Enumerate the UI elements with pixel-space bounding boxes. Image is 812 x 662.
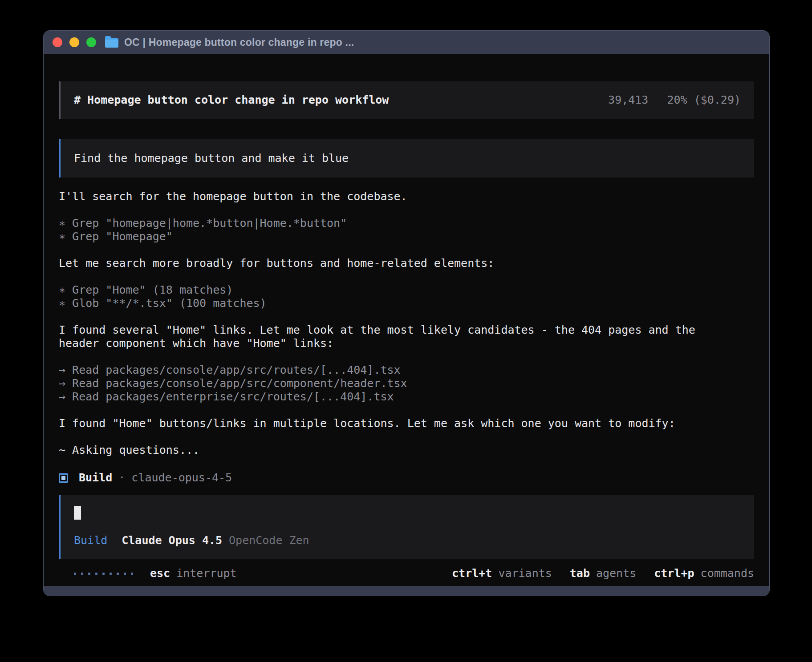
maximize-button[interactable] [86, 37, 96, 47]
hint-commands: ctrl+p commands [654, 567, 754, 580]
tool-call-grep: ∗ Grep "homepage|home.*button|Home.*butt… [59, 217, 754, 230]
activity-dots [74, 573, 133, 575]
prompt-input[interactable]: Build Claude Opus 4.5 OpenCode Zen [59, 495, 754, 559]
terminal-window: OC | Homepage button color change in rep… [43, 30, 770, 596]
agent-task-icon [59, 473, 68, 483]
context-usage: 20% ($0.29) [667, 93, 741, 106]
tool-call-read: → Read packages/console/app/src/routes/[… [59, 363, 754, 377]
agent-model: claude-opus-4-5 [131, 471, 232, 484]
hint-interrupt: esc interrupt [150, 567, 237, 580]
agent-mode-label[interactable]: Build [74, 534, 107, 547]
traffic-lights [53, 37, 96, 47]
assistant-text: I found "Home" buttons/links in multiple… [59, 417, 754, 430]
assistant-text: Let me search more broadly for buttons a… [59, 257, 754, 270]
provider-label: OpenCode Zen [229, 534, 309, 547]
tool-call-read: → Read packages/console/app/src/componen… [59, 377, 754, 390]
model-label[interactable]: Claude Opus 4.5 [122, 534, 222, 547]
user-message-text: Find the homepage button and make it blu… [74, 152, 349, 165]
hint-agents: tab agents [570, 567, 636, 580]
text-cursor [74, 506, 81, 520]
footer-shortcuts: ctrl+t variants tab agents ctrl+p comman… [452, 567, 754, 580]
agent-task-row: Build · claude-opus-4-5 [59, 470, 754, 485]
tool-call-grep: ∗ Grep "Home" (18 matches) [59, 283, 754, 297]
session-header: # Homepage button color change in repo w… [59, 81, 754, 119]
folder-icon [105, 38, 118, 48]
minimize-button[interactable] [69, 37, 79, 47]
assistant-text: I'll search for the homepage button in t… [59, 190, 754, 203]
session-stats: 39,41320% ($0.29) [608, 93, 741, 107]
window-bottom-edge [44, 586, 769, 596]
user-message: Find the homepage button and make it blu… [59, 139, 754, 178]
tool-call-glob: ∗ Glob "**/*.tsx" (100 matches) [59, 297, 754, 310]
agent-name: Build [79, 471, 112, 484]
close-button[interactable] [53, 37, 62, 47]
assistant-text: I found several "Home" links. Let me loo… [59, 323, 754, 337]
titlebar[interactable]: OC | Homepage button color change in rep… [44, 31, 769, 54]
agent-separator: · [118, 471, 125, 484]
terminal-content: # Homepage button color change in repo w… [44, 54, 769, 586]
assistant-text: header component which have "Home" links… [59, 337, 754, 350]
session-title: # Homepage button color change in repo w… [74, 93, 389, 107]
status-footer: esc interrupt ctrl+t variants tab agents… [59, 567, 754, 580]
tool-call-grep: ∗ Grep "Homepage" [59, 230, 754, 243]
hint-variants: ctrl+t variants [452, 567, 552, 580]
window-title: OC | Homepage button color change in rep… [124, 36, 354, 48]
input-status-bar: Build Claude Opus 4.5 OpenCode Zen [74, 534, 741, 547]
tool-call-read: → Read packages/enterprise/src/routes/[.… [59, 390, 754, 404]
assistant-status-text: ~ Asking questions... [59, 444, 754, 457]
token-count: 39,413 [608, 93, 648, 106]
assistant-transcript: I'll search for the homepage button in t… [59, 190, 754, 485]
esc-key: esc [150, 567, 170, 580]
